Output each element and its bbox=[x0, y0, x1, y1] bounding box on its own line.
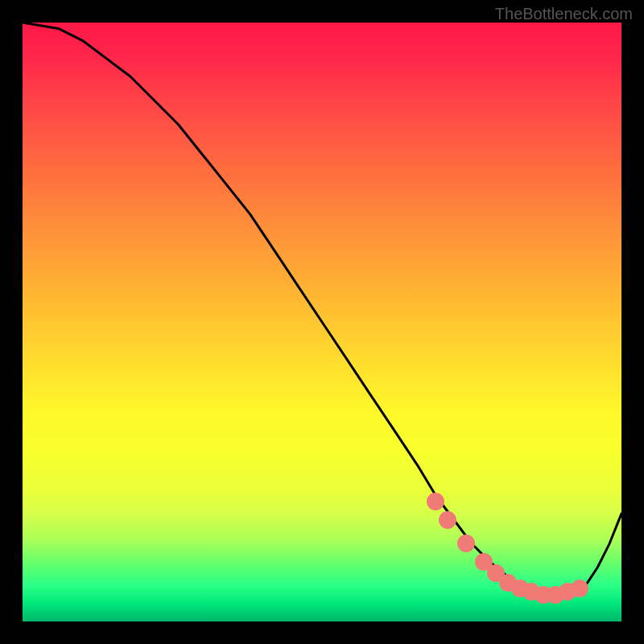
watermark-text: TheBottleneck.com bbox=[495, 5, 633, 23]
chart-curve bbox=[23, 23, 621, 621]
marker-dot bbox=[439, 511, 456, 529]
marker-dot bbox=[427, 493, 444, 510]
marker-dot bbox=[457, 535, 475, 552]
plot-area bbox=[23, 23, 621, 621]
marker-dot bbox=[571, 580, 588, 597]
